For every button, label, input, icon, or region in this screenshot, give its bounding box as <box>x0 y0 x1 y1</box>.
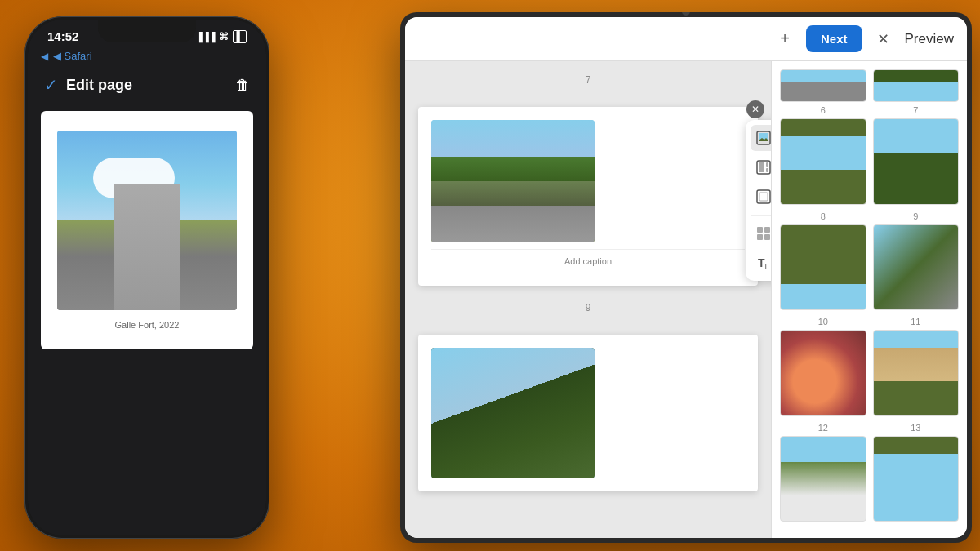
sidebar-page-num-13: 13 <box>911 423 920 433</box>
sidebar-row-6-7: 6 7 <box>780 105 959 205</box>
checkmark-button[interactable]: ✓ <box>44 75 58 95</box>
page-number-label-9: 9 <box>418 302 758 313</box>
sidebar-thumb-6[interactable] <box>780 118 866 205</box>
layout-tool-button[interactable] <box>751 154 771 180</box>
page-close-button[interactable]: ✕ <box>746 100 764 118</box>
sidebar-thumb-partial-right[interactable] <box>873 69 960 102</box>
sidebar-thumb-10[interactable] <box>780 330 866 416</box>
svg-text:T: T <box>764 262 768 270</box>
delete-button[interactable]: 🗑 <box>235 77 250 94</box>
next-button[interactable]: Next <box>806 25 862 52</box>
sidebar-group-11: 11 <box>873 317 960 416</box>
sidebar-group-10: 10 <box>780 317 866 416</box>
phone-notch <box>98 20 196 42</box>
svg-rect-8 <box>757 227 763 233</box>
svg-rect-4 <box>766 162 768 167</box>
safari-label: ◀ Safari <box>53 50 92 62</box>
phone-edit-page: Galle Fort, 2022 <box>41 111 253 349</box>
sidebar-page-num-9: 9 <box>913 211 918 221</box>
sidebar-page-num-6: 6 <box>821 105 826 115</box>
sidebar-group-9: 9 <box>873 211 960 311</box>
page9-photo <box>431 348 595 478</box>
page7-photo <box>431 120 595 242</box>
text-tool-button[interactable]: T T <box>751 250 771 276</box>
sidebar-row-8-9: 8 9 <box>780 211 959 311</box>
tablet-camera <box>682 12 690 16</box>
phone-status-icons: ▐▐▐ ⌘ ▌ <box>196 30 247 43</box>
sidebar-thumb-13[interactable] <box>873 436 960 522</box>
phone-photo-caption: Galle Fort, 2022 <box>115 320 180 330</box>
phone-nav-bar: ◀ ◀ Safari <box>28 47 266 69</box>
phone-header-left: ✓ Edit page <box>44 75 132 95</box>
phone-page-title: Edit page <box>66 77 132 94</box>
page7-content: T T <box>431 120 745 242</box>
sidebar-page-num-7: 7 <box>913 105 918 115</box>
sidebar-thumb-partial-left[interactable] <box>780 69 866 102</box>
sidebar-group-13: 13 <box>873 423 960 522</box>
sidebar-thumb-12[interactable] <box>780 436 866 522</box>
sidebar-group-12: 12 <box>780 423 866 522</box>
sidebar-page-num-12: 12 <box>818 423 828 433</box>
tablet-editor[interactable]: 7 ✕ <box>405 61 771 538</box>
svg-rect-5 <box>766 168 768 172</box>
close-button[interactable]: ✕ <box>871 26 897 52</box>
page7-photo-inner <box>431 120 595 242</box>
page7-caption-field[interactable]: Add caption <box>431 249 745 273</box>
back-button[interactable]: ◀ <box>41 51 48 62</box>
sidebar-page-num-11: 11 <box>911 317 920 327</box>
svg-rect-9 <box>764 227 770 233</box>
svg-rect-7 <box>760 193 768 201</box>
sidebar-top-partial <box>780 69 959 102</box>
sidebar-group-8: 8 <box>780 211 866 311</box>
sidebar-thumb-9[interactable] <box>873 224 960 311</box>
edit-tools-panel: T T <box>746 120 771 281</box>
phone-inner: 14:52 ▐▐▐ ⌘ ▌ ◀ ◀ Safari ✓ Edit page 🗑 <box>28 20 266 535</box>
sidebar-row-12-13: 12 13 <box>780 423 959 522</box>
tablet-screen: + Next ✕ Preview 7 ✕ <box>405 17 967 538</box>
svg-rect-6 <box>757 190 770 203</box>
sidebar-page-num-8: 8 <box>821 211 826 221</box>
phone-photo <box>57 131 237 310</box>
tablet-main-area: 7 ✕ <box>405 61 967 538</box>
wifi-icon: ⌘ <box>219 31 229 42</box>
phone-time: 14:52 <box>47 29 78 43</box>
page-number-label-7: 7 <box>418 74 758 86</box>
editor-page-7[interactable]: ✕ <box>418 107 758 286</box>
sidebar-row-10-11: 10 11 <box>780 317 959 416</box>
sidebar-page-num-10: 10 <box>818 317 828 327</box>
tablet-device: + Next ✕ Preview 7 ✕ <box>400 12 972 543</box>
grid-layout-button[interactable] <box>751 220 771 247</box>
add-page-button[interactable]: + <box>772 26 798 52</box>
sidebar-thumb-11[interactable] <box>873 330 960 416</box>
tablet-sidebar[interactable]: 6 7 8 9 <box>771 61 967 538</box>
svg-rect-10 <box>757 234 763 240</box>
sidebar-thumb-8[interactable] <box>780 224 866 311</box>
sidebar-group-6: 6 <box>780 105 866 205</box>
svg-rect-3 <box>759 162 764 172</box>
sidebar-group-7: 7 <box>873 105 960 205</box>
sidebar-thumb-7[interactable] <box>873 118 960 205</box>
page9-photo-inner <box>431 348 595 478</box>
battery-icon: ▌ <box>233 30 247 43</box>
phone-screen: 14:52 ▐▐▐ ⌘ ▌ ◀ ◀ Safari ✓ Edit page 🗑 <box>28 20 266 535</box>
svg-rect-11 <box>764 234 770 240</box>
phone-device: 14:52 ▐▐▐ ⌘ ▌ ◀ ◀ Safari ✓ Edit page 🗑 <box>24 16 270 539</box>
phone-app-header: ✓ Edit page 🗑 <box>28 69 266 104</box>
signal-icon: ▐▐▐ <box>196 32 215 42</box>
tablet-toolbar: + Next ✕ Preview <box>405 17 967 61</box>
photo-road <box>114 184 180 310</box>
editor-page-9[interactable] <box>418 335 758 491</box>
preview-label: Preview <box>905 31 954 47</box>
crop-tool-button[interactable] <box>751 184 771 210</box>
photo-tool-button[interactable] <box>751 125 771 151</box>
